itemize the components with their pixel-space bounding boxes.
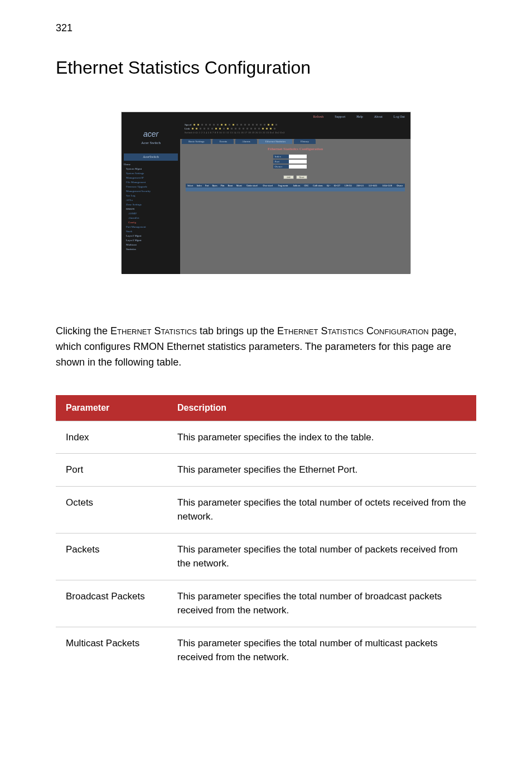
sidebar-item: System Settings: [124, 171, 178, 176]
sidebar-item: Port Management: [124, 225, 178, 229]
table-row: IndexThis parameter specifies the index …: [56, 421, 476, 454]
brand-subtitle: Acer Switch: [124, 140, 178, 146]
form-index-label: Index: [273, 155, 289, 158]
sidebar-item: Sys Log: [124, 194, 178, 198]
param-desc: This parameter specifies the total numbe…: [167, 627, 476, 674]
param-name: Multicast Packets: [56, 627, 167, 674]
sidebar-item: File Management: [124, 180, 178, 185]
sidebar-item: ACLs: [124, 198, 178, 203]
sidebar-item: Firmware Upgrade: [124, 185, 178, 189]
sidebar-item: Stack: [124, 229, 178, 234]
table-row: Multicast PacketsThis parameter specifie…: [56, 627, 476, 674]
form-port-select: [289, 160, 307, 164]
param-desc: This parameter specifies the Ethernet Po…: [167, 454, 476, 487]
smallcaps-text: Ethernet Statistics: [110, 325, 197, 337]
param-name: Packets: [56, 533, 167, 580]
stats-col: 512-1023: [366, 184, 379, 188]
body-paragraph: Clicking the Ethernet Statistics tab bri…: [56, 324, 476, 371]
param-name: Index: [56, 421, 167, 454]
sidebar-item: AlarmEvt: [124, 216, 178, 220]
table-header-parameter: Parameter: [56, 395, 167, 421]
header-link: About: [374, 115, 383, 118]
form-owner-input: [289, 165, 307, 169]
header-link: Help: [356, 115, 363, 118]
port-link-label: Link: [185, 127, 190, 130]
sidebar-title: AcerSwitch: [124, 153, 178, 161]
param-desc: This parameter specifies the index to th…: [167, 421, 476, 454]
header-link: Log Out: [394, 115, 405, 118]
stats-col: Bcast: [226, 184, 234, 188]
screenshot-header: Refresh Support Help About Log Out: [122, 112, 410, 121]
form-port-label: Port: [273, 160, 289, 164]
form-index-input: [289, 155, 307, 158]
page-number: 321: [56, 22, 476, 34]
stats-col: Under sized: [244, 184, 260, 188]
stats-col: Bytes: [210, 184, 219, 188]
sidebar-item: Statistics: [124, 247, 178, 252]
header-link: Refresh: [313, 115, 323, 118]
stats-col: Mcast: [234, 184, 243, 188]
tab-ethernet-stats: Ethernet Statistics: [259, 139, 292, 144]
stats-col: Colli sions: [310, 184, 325, 188]
tab-events: Events: [212, 139, 234, 144]
smallcaps-text: Ethernet Statistics Configuration: [277, 325, 429, 337]
sidebar-item: Zone Settings: [124, 203, 178, 207]
stats-col: Jabb ers: [291, 184, 302, 188]
stats-col: Select: [186, 184, 195, 188]
param-name: Port: [56, 454, 167, 487]
stats-col: Owner: [395, 184, 405, 188]
add-button: Add: [283, 175, 294, 179]
param-desc: This parameter specifies the total numbe…: [167, 533, 476, 580]
stats-col: 128-255: [342, 184, 354, 188]
stats-col: 64 -: [325, 184, 332, 188]
table-header-description: Description: [167, 395, 476, 421]
page-title: Ethernet Statistics Configuration: [56, 57, 476, 78]
stats-col: Pkts: [219, 184, 226, 188]
embedded-screenshot: Refresh Support Help About Log Out acer …: [121, 112, 411, 273]
stats-table: SelectIndexPortBytesPktsBcastMcastUnder …: [186, 184, 405, 191]
stats-col: Port: [204, 184, 210, 188]
sidebar-section: System Mgmt: [124, 167, 178, 171]
header-link: Support: [335, 115, 345, 118]
param-name: Octets: [56, 486, 167, 533]
screenshot-sidebar: acer Acer Switch AcerSwitch Home System …: [122, 121, 180, 274]
param-desc: This parameter specifies the total numbe…: [167, 486, 476, 533]
table-row: PortThis parameter specifies the Etherne…: [56, 454, 476, 487]
tab-basic: Basic Settings: [182, 139, 211, 144]
brand-logo: acer: [124, 128, 178, 140]
stats-col: CRC: [302, 184, 310, 188]
stats-col: 1024-1518: [380, 184, 395, 188]
tab-alarms: Alarms: [235, 139, 257, 144]
sidebar-home: Home: [124, 162, 178, 167]
port-numbers: Switch 0 Gi 1 2 3 4 5 6 7 8 9 10 11 12 1…: [185, 131, 406, 134]
sidebar-item: ASMIF: [124, 212, 178, 216]
screenshot-main: Speed Link Switch 0 Gi 1 2 3 4 5 6 7 8 9…: [180, 121, 410, 274]
parameter-table: Parameter Description IndexThis paramete…: [56, 395, 476, 674]
form-owner-label: Owner: [273, 165, 289, 169]
table-row: Broadcast PacketsThis parameter specifie…: [56, 580, 476, 627]
sidebar-rmon: RMON: [124, 207, 178, 212]
param-desc: This parameter specifies the total numbe…: [167, 580, 476, 627]
table-row: PacketsThis parameter specifies the tota…: [56, 533, 476, 580]
content-title: Ethernet Statistics Configuration: [186, 146, 405, 155]
stats-col: Over sized: [260, 184, 275, 188]
sidebar-item: Management Security: [124, 189, 178, 194]
stats-col: Frag ments: [275, 184, 291, 188]
port-speed-label: Speed: [185, 123, 191, 126]
table-row: OctetsThis parameter specifies the total…: [56, 486, 476, 533]
reset-button: Reset: [296, 175, 308, 179]
tab-history: History: [294, 139, 316, 144]
sidebar-item: Multicast: [124, 243, 178, 247]
sidebar-item: Layer2 Mgmt: [124, 234, 178, 238]
stats-col: Index: [195, 184, 204, 188]
sidebar-item-active: Config: [124, 220, 178, 225]
param-name: Broadcast Packets: [56, 580, 167, 627]
stats-col: 65-127: [332, 184, 342, 188]
sidebar-item: Layer3 Mgmt: [124, 238, 178, 243]
sidebar-item: Management IP: [124, 176, 178, 180]
tabs: Basic Settings Events Alarms Ethernet St…: [180, 139, 410, 144]
stats-col: 256-511: [354, 184, 366, 188]
